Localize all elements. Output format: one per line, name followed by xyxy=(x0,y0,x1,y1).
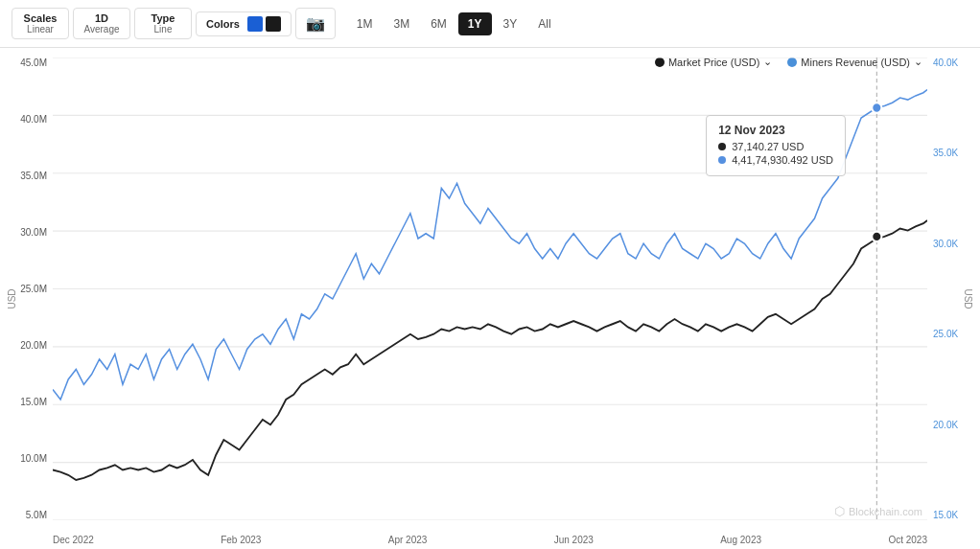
x-label-1: Feb 2023 xyxy=(221,535,261,545)
color-swatch-1[interactable] xyxy=(247,16,263,32)
tooltip-row-1: 37,140.27 USD xyxy=(718,141,833,152)
color-swatch-2[interactable] xyxy=(266,16,281,32)
time-3m[interactable]: 3M xyxy=(385,12,420,35)
time-3y[interactable]: 3Y xyxy=(494,12,527,35)
x-label-2: Apr 2023 xyxy=(388,535,428,545)
colors-label: Colors xyxy=(206,18,240,30)
y-left-label-6: 15.0M xyxy=(20,397,47,407)
y-right-label-3: 25.0K xyxy=(933,329,958,339)
y-left-label-0: 45.0M xyxy=(20,57,47,68)
type-label: Type xyxy=(152,12,175,24)
scales-button[interactable]: Scales Linear xyxy=(12,8,69,39)
tooltip-dot-miners-legend xyxy=(718,156,726,164)
type-value: Line xyxy=(154,24,173,34)
y-left-label-4: 25.0M xyxy=(20,284,47,294)
x-label-3: Jun 2023 xyxy=(554,535,594,545)
time-1y[interactable]: 1Y xyxy=(458,12,492,35)
tooltip-date: 12 Nov 2023 xyxy=(718,124,833,137)
colors-button[interactable]: Colors xyxy=(196,11,292,36)
x-label-4: Aug 2023 xyxy=(720,535,761,545)
tooltip-value-2: 4,41,74,930.492 USD xyxy=(732,154,833,166)
time-value: Average xyxy=(83,24,119,34)
market-price-line xyxy=(53,220,927,480)
y-right-label-4: 20.0K xyxy=(933,420,958,430)
x-label-5: Oct 2023 xyxy=(888,535,927,545)
time-button[interactable]: 1D Average xyxy=(73,8,130,39)
tooltip-dot-market xyxy=(872,232,881,242)
time-all[interactable]: All xyxy=(528,12,560,35)
camera-button[interactable]: 📷 xyxy=(295,8,336,39)
y-left-label-7: 10.0M xyxy=(20,453,47,464)
y-right-label-2: 30.0K xyxy=(933,239,958,249)
chart-container: Market Price (USD) ⌄ Miners Revenue (USD… xyxy=(0,48,980,549)
y-left-label-8: 5.0M xyxy=(26,510,47,520)
x-axis: Dec 2022 Feb 2023 Apr 2023 Jun 2023 Aug … xyxy=(53,535,927,545)
color-swatches xyxy=(247,16,281,32)
x-label-0: Dec 2022 xyxy=(53,535,94,545)
tooltip-dot-miners xyxy=(872,103,881,113)
y-left-label-1: 40.0M xyxy=(20,114,47,125)
time-label: 1D xyxy=(95,12,108,24)
y-axis-title-right: USD xyxy=(963,288,973,309)
y-left-label-3: 30.0M xyxy=(20,227,47,238)
watermark: ⬡ Blockchain.com xyxy=(834,504,922,518)
tooltip-box: 12 Nov 2023 37,140.27 USD 4,41,74,930.49… xyxy=(706,115,846,176)
time-1m[interactable]: 1M xyxy=(347,12,383,35)
y-right-label-5: 15.0K xyxy=(933,510,958,520)
y-axis-title-left: USD xyxy=(7,288,17,309)
y-right-label-0: 40.0K xyxy=(933,57,958,68)
tooltip-row-2: 4,41,74,930.492 USD xyxy=(718,154,833,166)
y-left-label-2: 35.0M xyxy=(20,171,47,181)
toolbar: Scales Linear 1D Average Type Line Color… xyxy=(0,0,980,48)
watermark-text: Blockchain.com xyxy=(849,506,922,517)
tooltip-dot-market-legend xyxy=(718,143,726,150)
time-range-group: 1M 3M 6M 1Y 3Y All xyxy=(347,12,561,35)
time-6m[interactable]: 6M xyxy=(421,12,456,35)
camera-icon: 📷 xyxy=(306,14,325,33)
tooltip-value-1: 37,140.27 USD xyxy=(732,141,804,152)
y-left-label-5: 20.0M xyxy=(20,340,47,351)
scales-label: Scales xyxy=(24,12,58,24)
y-right-label-1: 35.0K xyxy=(933,148,958,158)
scales-value: Linear xyxy=(27,24,54,34)
watermark-icon: ⬡ xyxy=(834,504,845,518)
type-button[interactable]: Type Line xyxy=(134,8,192,39)
